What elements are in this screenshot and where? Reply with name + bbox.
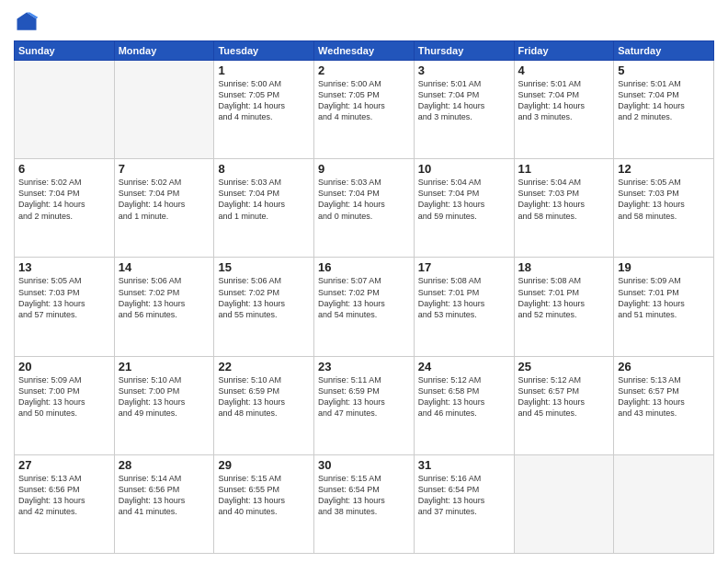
calendar-cell: 18Sunrise: 5:08 AM Sunset: 7:01 PM Dayli…: [514, 258, 614, 356]
calendar-cell: 23Sunrise: 5:11 AM Sunset: 6:59 PM Dayli…: [314, 356, 415, 454]
calendar-cell: 26Sunrise: 5:13 AM Sunset: 6:57 PM Dayli…: [614, 356, 714, 454]
day-number: 29: [218, 458, 310, 472]
day-number: 24: [418, 360, 510, 373]
day-info: Sunrise: 5:04 AM Sunset: 7:04 PM Dayligh…: [418, 177, 510, 222]
day-info: Sunrise: 5:00 AM Sunset: 7:05 PM Dayligh…: [218, 78, 310, 123]
day-number: 8: [218, 162, 310, 176]
calendar-cell: 10Sunrise: 5:04 AM Sunset: 7:04 PM Dayli…: [414, 159, 514, 258]
calendar-cell: 20Sunrise: 5:09 AM Sunset: 7:00 PM Dayli…: [15, 356, 115, 454]
day-number: 5: [618, 63, 710, 77]
calendar-week-4: 27Sunrise: 5:13 AM Sunset: 6:56 PM Dayli…: [15, 454, 714, 553]
day-info: Sunrise: 5:06 AM Sunset: 7:02 PM Dayligh…: [218, 275, 310, 320]
calendar-week-0: 1Sunrise: 5:00 AM Sunset: 7:05 PM Daylig…: [15, 61, 714, 159]
day-number: 17: [418, 260, 510, 274]
calendar-cell: 12Sunrise: 5:05 AM Sunset: 7:03 PM Dayli…: [614, 159, 714, 258]
calendar-cell: 27Sunrise: 5:13 AM Sunset: 6:56 PM Dayli…: [15, 454, 115, 553]
weekday-header-sunday: Sunday: [15, 41, 115, 61]
day-info: Sunrise: 5:13 AM Sunset: 6:56 PM Dayligh…: [18, 473, 110, 518]
day-number: 28: [119, 458, 210, 472]
day-number: 27: [18, 458, 110, 472]
day-info: Sunrise: 5:14 AM Sunset: 6:56 PM Dayligh…: [119, 473, 210, 518]
calendar-cell: 11Sunrise: 5:04 AM Sunset: 7:03 PM Dayli…: [514, 159, 614, 258]
calendar-table: SundayMondayTuesdayWednesdayThursdayFrid…: [14, 40, 714, 554]
day-number: 4: [518, 63, 610, 77]
calendar-cell: 21Sunrise: 5:10 AM Sunset: 7:00 PM Dayli…: [114, 356, 214, 454]
day-info: Sunrise: 5:11 AM Sunset: 6:59 PM Dayligh…: [318, 374, 410, 419]
day-number: 10: [418, 162, 510, 176]
day-number: 19: [618, 260, 710, 274]
day-number: 11: [518, 162, 610, 176]
calendar-cell: 31Sunrise: 5:16 AM Sunset: 6:54 PM Dayli…: [414, 454, 514, 553]
calendar-cell: 22Sunrise: 5:10 AM Sunset: 6:59 PM Dayli…: [214, 356, 314, 454]
calendar-cell: 16Sunrise: 5:07 AM Sunset: 7:02 PM Dayli…: [314, 258, 415, 356]
day-number: 23: [318, 360, 410, 373]
calendar-cell: 14Sunrise: 5:06 AM Sunset: 7:02 PM Dayli…: [114, 258, 214, 356]
day-info: Sunrise: 5:01 AM Sunset: 7:04 PM Dayligh…: [418, 78, 510, 123]
day-number: 15: [218, 260, 310, 274]
calendar-cell: 8Sunrise: 5:03 AM Sunset: 7:04 PM Daylig…: [214, 159, 314, 258]
calendar-cell: 30Sunrise: 5:15 AM Sunset: 6:54 PM Dayli…: [314, 454, 415, 553]
weekday-header-wednesday: Wednesday: [314, 41, 415, 61]
weekday-header-friday: Friday: [514, 41, 614, 61]
day-number: 1: [218, 63, 310, 77]
day-info: Sunrise: 5:15 AM Sunset: 6:55 PM Dayligh…: [218, 473, 310, 518]
day-info: Sunrise: 5:07 AM Sunset: 7:02 PM Dayligh…: [318, 275, 410, 320]
day-info: Sunrise: 5:09 AM Sunset: 7:01 PM Dayligh…: [618, 275, 710, 320]
day-number: 7: [119, 162, 210, 176]
day-info: Sunrise: 5:02 AM Sunset: 7:04 PM Dayligh…: [18, 177, 110, 222]
day-number: 12: [618, 162, 710, 176]
page: SundayMondayTuesdayWednesdayThursdayFrid…: [0, 0, 728, 563]
header: [14, 9, 714, 35]
day-info: Sunrise: 5:16 AM Sunset: 6:54 PM Dayligh…: [418, 473, 510, 518]
calendar-cell: [614, 454, 714, 553]
day-number: 25: [518, 360, 610, 373]
day-info: Sunrise: 5:08 AM Sunset: 7:01 PM Dayligh…: [518, 275, 610, 320]
day-number: 21: [119, 360, 210, 373]
day-info: Sunrise: 5:03 AM Sunset: 7:04 PM Dayligh…: [318, 177, 410, 222]
calendar-header-row: SundayMondayTuesdayWednesdayThursdayFrid…: [15, 41, 714, 61]
calendar-cell: 17Sunrise: 5:08 AM Sunset: 7:01 PM Dayli…: [414, 258, 514, 356]
calendar-cell: 19Sunrise: 5:09 AM Sunset: 7:01 PM Dayli…: [614, 258, 714, 356]
day-number: 3: [418, 63, 510, 77]
day-info: Sunrise: 5:00 AM Sunset: 7:05 PM Dayligh…: [318, 78, 410, 123]
day-number: 13: [18, 260, 110, 274]
calendar-cell: 1Sunrise: 5:00 AM Sunset: 7:05 PM Daylig…: [214, 61, 314, 159]
calendar-cell: [15, 61, 115, 159]
logo-icon: [14, 9, 40, 35]
calendar-cell: 15Sunrise: 5:06 AM Sunset: 7:02 PM Dayli…: [214, 258, 314, 356]
day-number: 18: [518, 260, 610, 274]
calendar-cell: 25Sunrise: 5:12 AM Sunset: 6:57 PM Dayli…: [514, 356, 614, 454]
day-number: 6: [18, 162, 110, 176]
calendar-cell: [114, 61, 214, 159]
day-number: 20: [18, 360, 110, 373]
day-info: Sunrise: 5:13 AM Sunset: 6:57 PM Dayligh…: [618, 374, 710, 419]
logo: [14, 9, 43, 35]
day-number: 22: [218, 360, 310, 373]
calendar-cell: 13Sunrise: 5:05 AM Sunset: 7:03 PM Dayli…: [15, 258, 115, 356]
day-info: Sunrise: 5:04 AM Sunset: 7:03 PM Dayligh…: [518, 177, 610, 222]
day-number: 9: [318, 162, 410, 176]
day-info: Sunrise: 5:06 AM Sunset: 7:02 PM Dayligh…: [119, 275, 210, 320]
day-number: 26: [618, 360, 710, 373]
day-number: 31: [418, 458, 510, 472]
day-info: Sunrise: 5:12 AM Sunset: 6:58 PM Dayligh…: [418, 374, 510, 419]
calendar-cell: 5Sunrise: 5:01 AM Sunset: 7:04 PM Daylig…: [614, 61, 714, 159]
calendar-cell: 3Sunrise: 5:01 AM Sunset: 7:04 PM Daylig…: [414, 61, 514, 159]
calendar-week-2: 13Sunrise: 5:05 AM Sunset: 7:03 PM Dayli…: [15, 258, 714, 356]
day-info: Sunrise: 5:01 AM Sunset: 7:04 PM Dayligh…: [618, 78, 710, 123]
calendar-cell: 2Sunrise: 5:00 AM Sunset: 7:05 PM Daylig…: [314, 61, 415, 159]
day-number: 16: [318, 260, 410, 274]
day-info: Sunrise: 5:10 AM Sunset: 6:59 PM Dayligh…: [218, 374, 310, 419]
calendar-week-1: 6Sunrise: 5:02 AM Sunset: 7:04 PM Daylig…: [15, 159, 714, 258]
calendar-week-3: 20Sunrise: 5:09 AM Sunset: 7:00 PM Dayli…: [15, 356, 714, 454]
calendar-cell: [514, 454, 614, 553]
calendar-cell: 6Sunrise: 5:02 AM Sunset: 7:04 PM Daylig…: [15, 159, 115, 258]
weekday-header-monday: Monday: [114, 41, 214, 61]
calendar-cell: 24Sunrise: 5:12 AM Sunset: 6:58 PM Dayli…: [414, 356, 514, 454]
day-info: Sunrise: 5:09 AM Sunset: 7:00 PM Dayligh…: [18, 374, 110, 419]
day-info: Sunrise: 5:05 AM Sunset: 7:03 PM Dayligh…: [18, 275, 110, 320]
calendar-cell: 29Sunrise: 5:15 AM Sunset: 6:55 PM Dayli…: [214, 454, 314, 553]
calendar-body: 1Sunrise: 5:00 AM Sunset: 7:05 PM Daylig…: [15, 61, 714, 554]
day-number: 14: [119, 260, 210, 274]
calendar-cell: 28Sunrise: 5:14 AM Sunset: 6:56 PM Dayli…: [114, 454, 214, 553]
